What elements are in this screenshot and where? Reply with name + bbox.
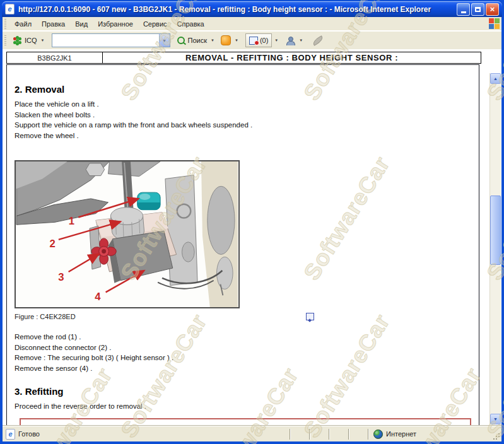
resize-grip[interactable] [491,426,501,441]
status-bar: Готово Интернет [3,426,501,441]
toolbar-grip-icon[interactable] [4,19,6,29]
chevron-down-icon[interactable]: ▼ [274,38,278,42]
globe-icon [373,429,383,439]
windows-logo-icon [489,18,500,29]
scroll-up-button[interactable]: ▲ [490,73,501,84]
maximize-button[interactable] [471,3,484,16]
window-title: http://127.0.0.1:6090 - 607 new - B3BG2J… [18,5,457,14]
after-figure-steps: Remove the rod (1) . Disconnect the conn… [15,332,471,373]
status-pane [290,429,309,440]
xtraz-button[interactable]: ▼ [218,34,242,47]
counter-label: (0) [260,37,268,44]
xtraz-icon [221,35,231,45]
figure-image: 1 2 3 4 [15,160,240,308]
content-frame: 2. Removal Place the vehicle on a lift .… [6,64,479,426]
minimize-button[interactable] [457,3,470,16]
icq-label: ICQ [25,37,37,44]
close-icon: × [490,5,495,13]
combo-dropdown-icon[interactable]: ▼ [159,34,170,47]
rod-end-teal [138,192,160,210]
removal-step: Place the vehicle on a lift . [15,99,471,110]
window-controls: × [457,3,499,16]
search-combobox[interactable]: ▼ [52,33,170,47]
removal-step: Remove the wheel . [15,131,471,141]
search-label: Поиск [188,37,207,44]
menu-edit[interactable]: Правка [37,19,70,29]
removal-step: Remove : The securing bolt (3) ( Height … [15,353,471,363]
vertical-scrollbar[interactable]: ▲ ▼ [489,73,501,424]
search-icon [177,37,185,44]
chevron-down-icon: ▼ [41,38,45,42]
refitting-heading: 3. Refitting [15,386,471,397]
person-icon [286,37,294,45]
refitting-step: Proceed in the reverse order to removal … [15,401,471,412]
removal-step: Remove the rod (1) . [15,332,471,342]
callout-1: 1 [69,215,74,227]
removal-step: Disconnect the connector (2) . [15,342,471,353]
menu-tools[interactable]: Сервис [138,19,172,29]
security-zone-pane: Интернет [368,429,491,440]
callout-4: 4 [95,291,101,303]
maximize-icon [475,7,481,12]
removal-step: Support the vehicle on a ramp with the f… [15,120,471,131]
status-text: Готово [18,430,40,438]
menu-help[interactable]: Справка [172,19,209,29]
icq-toolbar: ICQ ▼ ▼ Поиск ▼ ▼ (0) ▼ ▼ [3,30,501,50]
mail-icon [249,37,258,45]
menu-file[interactable]: Файл [9,19,37,29]
figure-caption-row: Figure : C4EK28ED [15,313,471,322]
removal-step: Slacken the wheel bolts . [15,110,471,120]
window-ie-icon [5,4,15,15]
browser-window: http://127.0.0.1:6090 - 607 new - B3BG2J… [0,0,504,444]
scroll-down-button[interactable]: ▼ [490,414,501,424]
icq-flower-icon [14,37,21,44]
status-pane [329,429,348,440]
search-input[interactable] [52,34,159,47]
chevron-down-icon: ▼ [299,38,303,42]
page-content: B3BG2JK1 REMOVAL - REFITTING : BODY HEIG… [3,49,501,426]
figure-popup-icon[interactable] [306,313,314,320]
page-title: REMOVAL - REFITTING : BODY HEIGHT SENSOR… [102,52,481,64]
document-code-cell: B3BG2JK1 [6,52,103,64]
title-bar: http://127.0.0.1:6090 - 607 new - B3BG2J… [2,1,502,17]
status-pane [309,429,329,440]
scrollbar-thumb[interactable] [490,196,501,265]
callout-2: 2 [49,238,55,250]
menu-view[interactable]: Вид [70,19,93,29]
removal-heading: 2. Removal [15,84,471,95]
callout-3: 3 [58,271,64,283]
quill-icon[interactable] [312,35,324,45]
message-counter[interactable]: (0) [245,33,272,47]
icq-button[interactable]: ICQ ▼ [9,35,48,45]
removal-step: Remove the sensor (4) . [15,363,471,374]
page-status-icon [6,429,15,440]
figure-caption: Figure : C4EK28ED [15,313,76,320]
toolbar-grip-icon[interactable] [4,35,6,45]
warning-box [20,418,471,426]
minimize-icon [461,11,466,13]
zone-text: Интернет [386,430,416,438]
contacts-button[interactable]: ▼ [282,35,306,46]
status-pane [348,429,368,440]
menu-favorites[interactable]: Избранное [93,19,138,29]
chevron-down-icon: ▼ [211,38,214,42]
chevron-down-icon: ▼ [235,38,238,42]
menu-bar: Файл Правка Вид Избранное Сервис Справка [3,17,501,31]
close-button[interactable]: × [486,3,499,16]
search-button[interactable]: Поиск ▼ [174,35,218,45]
